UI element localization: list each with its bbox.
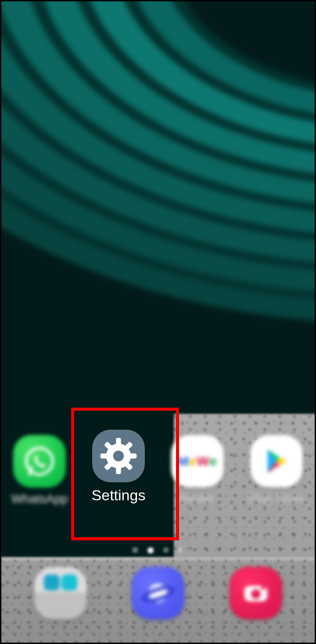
app-mewe[interactable]: MeWe MeWe	[160, 435, 235, 506]
page-dot-home[interactable]	[133, 547, 138, 553]
app-whatsapp[interactable]: WhatsApp	[2, 435, 77, 506]
home-app-row: WhatsApp	[0, 435, 316, 506]
whatsapp-icon	[13, 435, 66, 488]
gear-icon	[92, 430, 145, 482]
mewe-icon: MeWe	[171, 435, 224, 488]
app-label: WhatsApp	[11, 492, 68, 506]
app-label: Play Store	[248, 492, 305, 506]
app-settings[interactable]: Settings	[81, 430, 156, 504]
page-dot[interactable]	[178, 547, 183, 553]
page-dot[interactable]	[147, 547, 154, 554]
folder-mini-app-icon	[61, 575, 77, 590]
svg-rect-2	[116, 438, 121, 445]
svg-point-14	[261, 586, 265, 590]
app-label: Settings	[92, 487, 146, 504]
page-dot[interactable]	[163, 547, 169, 553]
app-label: MeWe	[180, 492, 215, 506]
svg-rect-3	[116, 467, 121, 474]
dock-browser[interactable]	[121, 567, 195, 619]
dock-camera[interactable]	[219, 567, 293, 619]
page-indicator[interactable]	[0, 547, 316, 554]
svg-rect-5	[129, 453, 136, 458]
planet-icon	[132, 567, 184, 619]
playstore-icon	[250, 435, 303, 488]
svg-rect-4	[101, 453, 108, 458]
camera-icon	[230, 567, 282, 619]
svg-point-10	[113, 451, 124, 461]
app-playstore[interactable]: Play Store	[239, 435, 314, 506]
svg-point-15	[251, 590, 260, 599]
dock	[0, 567, 316, 619]
folder-icon	[34, 567, 87, 619]
dock-folder[interactable]	[23, 567, 98, 619]
folder-mini-app-icon	[44, 575, 60, 590]
